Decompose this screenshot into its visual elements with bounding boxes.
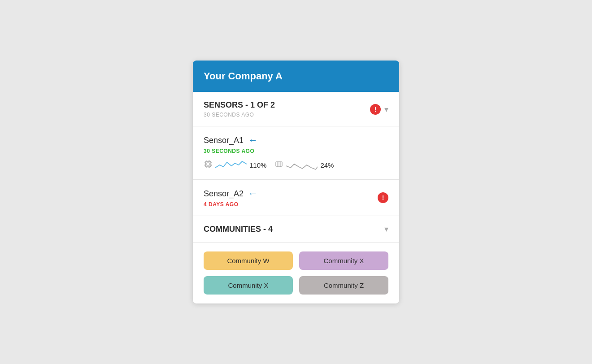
card-header: Your Company A — [193, 61, 399, 92]
community-badge-w[interactable]: Community W — [204, 251, 293, 270]
sensor-a1-name: Sensor_A1 — [204, 136, 244, 145]
sensors-chevron-icon[interactable]: ▾ — [384, 104, 388, 114]
sensors-section-icons: ! ▾ — [370, 104, 388, 115]
communities-chevron-icon[interactable]: ▾ — [384, 224, 388, 234]
svg-rect-1 — [207, 163, 209, 165]
cpu-sparkline — [215, 159, 247, 171]
sensor-a2-name: Sensor_A2 — [204, 189, 244, 199]
sensor-a2-alert-icon: ! — [378, 192, 388, 203]
cpu-icon — [204, 160, 213, 171]
sensor-a1-name-row: Sensor_A1 ← — [204, 134, 258, 146]
sensors-alert-icon: ! — [370, 104, 381, 115]
sensors-section-header[interactable]: SENSORS - 1 OF 2 30 SECONDS AGO ! ▾ — [193, 92, 399, 126]
communities-title: COMMUNITIES - 4 — [204, 225, 273, 234]
sensor-a1-cpu-value: 110% — [249, 161, 266, 169]
mem-sparkline — [286, 159, 318, 171]
community-badge-x2[interactable]: Community X — [204, 276, 293, 295]
sensor-a1-cpu-metric: 110% — [204, 159, 266, 171]
sensor-a2-arrow-icon: ← — [248, 188, 258, 199]
sensor-a1-row[interactable]: Sensor_A1 ← 30 SECONDS AGO — [193, 126, 399, 179]
communities-grid: Community W Community X Community X Comm… — [193, 242, 399, 303]
sensor-a1-metrics: 110% 24% — [204, 159, 388, 171]
memory-icon — [274, 160, 283, 171]
sensors-subtitle: 30 SECONDS AGO — [204, 112, 275, 118]
svg-rect-0 — [205, 161, 211, 167]
sensor-a2-time: 4 DAYS AGO — [204, 201, 258, 208]
sensor-a1-mem-value: 24% — [320, 161, 334, 169]
sensor-a1-mem-metric: 24% — [274, 159, 334, 171]
sensor-a2-row[interactable]: Sensor_A2 ← 4 DAYS AGO ! — [193, 179, 399, 216]
company-title: Your Company A — [204, 70, 283, 82]
sensor-a1-time: 30 SECONDS AGO — [204, 148, 258, 154]
community-badge-z[interactable]: Community Z — [299, 276, 388, 295]
sensors-title: SENSORS - 1 OF 2 — [204, 100, 275, 110]
communities-section-header[interactable]: COMMUNITIES - 4 ▾ — [193, 216, 399, 242]
sensor-a1-arrow-icon: ← — [248, 134, 258, 146]
community-badge-x1[interactable]: Community X — [299, 251, 388, 270]
main-card: Your Company A SENSORS - 1 OF 2 30 SECON… — [193, 61, 399, 303]
sensor-a2-name-row: Sensor_A2 ← — [204, 188, 258, 199]
